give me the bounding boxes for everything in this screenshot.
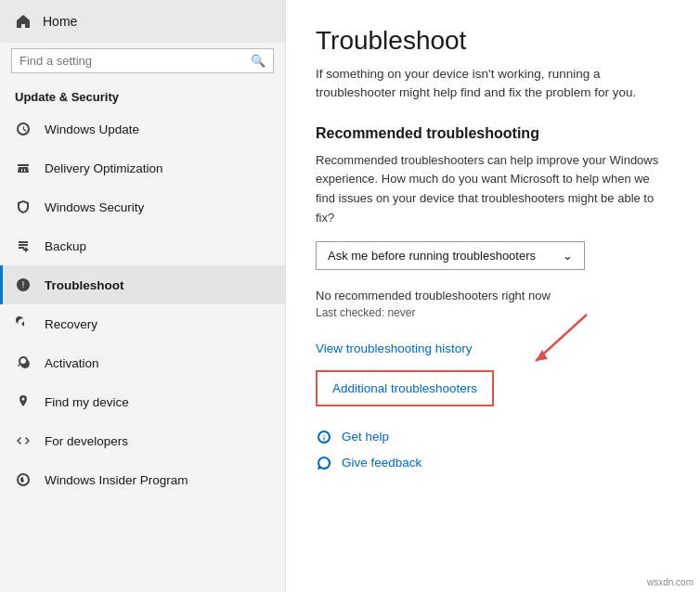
sidebar-item-find-my-device[interactable]: Find my device [0, 382, 285, 421]
update-icon [15, 121, 32, 137]
give-feedback-label: Give feedback [342, 456, 421, 470]
bottom-links: Get help Give feedback [316, 429, 670, 471]
get-help-label: Get help [342, 430, 389, 444]
give-feedback-link[interactable]: Give feedback [316, 455, 670, 471]
sidebar-item-troubleshoot[interactable]: Troubleshoot [0, 265, 285, 304]
search-input[interactable] [19, 54, 251, 68]
search-icon: 🔍 [251, 54, 266, 68]
get-help-icon [316, 429, 332, 445]
sidebar-home-label: Home [43, 14, 77, 29]
sidebar-item-label: Backup [45, 239, 86, 253]
sidebar-item-windows-security[interactable]: Windows Security [0, 187, 285, 226]
home-icon [15, 13, 32, 30]
intro-text: If something on your device isn't workin… [316, 65, 670, 103]
sidebar-item-label: Troubleshoot [45, 278, 124, 292]
sidebar-item-label: Windows Security [45, 200, 144, 214]
recommended-section-title: Recommended troubleshooting [316, 125, 670, 142]
sidebar-item-windows-insider[interactable]: Windows Insider Program [0, 460, 285, 499]
sidebar-item-home[interactable]: Home [0, 0, 285, 43]
no-troubleshooters-text: No recommended troubleshooters right now [316, 289, 670, 302]
main-content: Troubleshoot If something on your device… [286, 0, 700, 592]
additional-troubleshooters-button[interactable]: Additional troubleshooters [316, 370, 494, 406]
sidebar-item-label: Activation [45, 356, 99, 370]
insider-icon [15, 471, 32, 488]
troubleshooter-dropdown[interactable]: Ask me before running troubleshooters ⌄ [316, 241, 585, 270]
sidebar-item-activation[interactable]: Activation [0, 343, 285, 382]
sidebar-item-recovery[interactable]: Recovery [0, 304, 285, 343]
sidebar-item-label: Delivery Optimization [45, 161, 163, 175]
dropdown-value: Ask me before running troubleshooters [328, 249, 536, 263]
search-box[interactable]: 🔍 [11, 48, 274, 73]
sidebar-item-label: Windows Insider Program [45, 473, 188, 487]
activation-icon [15, 354, 32, 371]
sidebar-section-title: Update & Security [0, 83, 285, 109]
sidebar-item-delivery-optimization[interactable]: Delivery Optimization [0, 148, 285, 187]
developers-icon [15, 432, 32, 449]
sidebar-item-label: Windows Update [45, 122, 139, 136]
chevron-down-icon: ⌄ [563, 249, 573, 263]
delivery-icon [15, 160, 32, 176]
watermark: wsxdn.com [644, 576, 696, 588]
sidebar: Home 🔍 Update & Security Windows Update … [0, 0, 286, 592]
sidebar-item-label: Recovery [45, 317, 97, 331]
sidebar-item-windows-update[interactable]: Windows Update [0, 109, 285, 148]
additional-troubleshooters-container: Additional troubleshooters [316, 370, 494, 429]
sidebar-item-label: For developers [45, 434, 128, 448]
page-title: Troubleshoot [316, 26, 670, 56]
security-icon [15, 199, 32, 215]
view-history-link[interactable]: View troubleshooting history [316, 341, 670, 355]
backup-icon [15, 238, 32, 254]
sidebar-item-label: Find my device [45, 395, 129, 409]
recovery-icon [15, 315, 32, 332]
last-checked-text: Last checked: never [316, 306, 670, 319]
recommended-section-desc: Recommended troubleshooters can help imp… [316, 151, 670, 228]
find-device-icon [15, 393, 32, 410]
give-feedback-icon [316, 455, 332, 471]
troubleshoot-icon [15, 277, 32, 293]
sidebar-item-for-developers[interactable]: For developers [0, 421, 285, 460]
sidebar-item-backup[interactable]: Backup [0, 226, 285, 265]
get-help-link[interactable]: Get help [316, 429, 670, 445]
